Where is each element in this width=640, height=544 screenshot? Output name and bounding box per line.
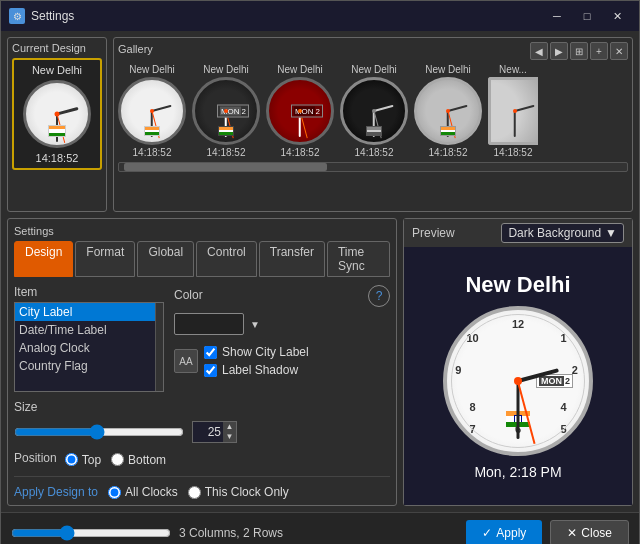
this-clock-radio[interactable]: [188, 486, 201, 499]
gallery-clock-dark: MON2: [192, 77, 260, 145]
preview-clock: 12 1 2 4 6 8 9 10 7 5: [443, 306, 593, 456]
minimize-button[interactable]: ─: [543, 6, 571, 26]
tab-transfer[interactable]: Transfer: [259, 241, 325, 277]
list-item[interactable]: City Label: [15, 303, 155, 321]
title-bar: ⚙ Settings ─ □ ✕: [1, 1, 639, 31]
columns-slider[interactable]: [11, 525, 171, 541]
list-item[interactable]: New Delhi 14:18:52: [340, 64, 408, 158]
large-clock-face: 12 1 2 4 6 8 9 10 7 5: [443, 306, 593, 456]
list-item[interactable]: Date/Time Label: [15, 321, 155, 339]
gallery-remove-button[interactable]: ✕: [610, 42, 628, 60]
size-input[interactable]: 25: [193, 424, 223, 440]
gallery-grid-button[interactable]: ⊞: [570, 42, 588, 60]
gallery-item-name: New Delhi: [277, 64, 323, 75]
color-row: ▼: [174, 313, 390, 335]
position-bottom-radio[interactable]: [111, 453, 124, 466]
list-item[interactable]: New Delhi MON2: [192, 64, 260, 158]
list-item[interactable]: New... 14:18:52: [488, 64, 538, 158]
apply-button[interactable]: ✓ Apply: [466, 520, 542, 545]
gallery-item-time: 14:18:52: [281, 147, 320, 158]
gallery-label: Gallery: [118, 43, 153, 55]
gallery-item-time: 14:18:52: [207, 147, 246, 158]
gallery-clock-silver: [414, 77, 482, 145]
size-spin-buttons: ▲ ▼: [223, 422, 236, 442]
gallery-item-name: New Delhi: [203, 64, 249, 75]
gallery-add-button[interactable]: +: [590, 42, 608, 60]
position-row: Position Top Bottom: [14, 451, 390, 468]
close-label: Close: [581, 526, 612, 540]
tab-control[interactable]: Control: [196, 241, 257, 277]
preview-panel: Preview Dark Background ▼ New Delhi 12 1…: [403, 218, 633, 506]
settings-content: Item City Label Date/Time Label Analog C…: [14, 285, 390, 499]
show-city-row: Show City Label: [204, 345, 309, 359]
label-shadow-checkbox[interactable]: [204, 364, 217, 377]
preview-content: New Delhi 12 1 2 4 6 8 9 10: [404, 247, 632, 505]
gallery-panel: Gallery ◀ ▶ ⊞ + ✕ New Delhi: [113, 37, 633, 212]
close-button[interactable]: ✕ Close: [550, 520, 629, 545]
this-clock-option[interactable]: This Clock Only: [188, 485, 289, 499]
listbox-scrollbar[interactable]: [155, 303, 163, 391]
columns-rows-info: 3 Columns, 2 Rows: [179, 526, 283, 540]
help-button[interactable]: ?: [368, 285, 390, 307]
apply-scope-group: All Clocks This Clock Only: [108, 485, 289, 499]
position-bottom-option[interactable]: Bottom: [111, 453, 166, 467]
position-label: Position: [14, 451, 57, 465]
top-row: Current Design New Delhi 1: [7, 37, 633, 212]
current-design-inner: New Delhi 14:18:52: [12, 58, 102, 170]
apply-check-icon: ✓: [482, 526, 492, 540]
label-shadow-label: Label Shadow: [222, 363, 298, 377]
tab-global[interactable]: Global: [137, 241, 194, 277]
position-top-option[interactable]: Top: [65, 453, 101, 467]
list-item[interactable]: New Delhi MON2 14:18:52: [266, 64, 334, 158]
all-clocks-radio[interactable]: [108, 486, 121, 499]
color-section: Color ? ▼ AA: [174, 285, 390, 377]
aa-button[interactable]: AA: [174, 349, 198, 373]
gallery-item-name: New Delhi: [129, 64, 175, 75]
gallery-clock-white: [118, 77, 186, 145]
apply-design-row: Apply Design to All Clocks This Clock On…: [14, 476, 390, 499]
tab-design[interactable]: Design: [14, 241, 73, 277]
gallery-item-name: New Delhi: [425, 64, 471, 75]
maximize-button[interactable]: □: [573, 6, 601, 26]
list-item[interactable]: New Delhi 14:18:52: [414, 64, 482, 158]
preview-city-name: New Delhi: [465, 272, 570, 298]
size-label: Size: [14, 400, 390, 414]
size-input-wrap: 25 ▲ ▼: [192, 421, 237, 443]
gallery-clock-red: MON2: [266, 77, 334, 145]
clock-center-dot: [514, 377, 522, 385]
item-listbox[interactable]: City Label Date/Time Label Analog Clock …: [14, 302, 164, 392]
list-item[interactable]: New Delhi 14:18:52: [118, 64, 186, 158]
all-clocks-option[interactable]: All Clocks: [108, 485, 178, 499]
size-increment-button[interactable]: ▲: [223, 422, 236, 432]
scrollbar-thumb: [124, 163, 327, 171]
position-top-radio[interactable]: [65, 453, 78, 466]
background-option: Dark Background: [508, 226, 601, 240]
background-dropdown[interactable]: Dark Background ▼: [501, 223, 624, 243]
list-item[interactable]: Analog Clock: [15, 339, 155, 357]
size-slider[interactable]: [14, 424, 184, 440]
gallery-item-time: 14:18:52: [355, 147, 394, 158]
gallery-items: New Delhi 14:18:52: [118, 64, 628, 158]
app-icon: ⚙: [9, 8, 25, 24]
gallery-item-time: 14:18:52: [133, 147, 172, 158]
tab-format[interactable]: Format: [75, 241, 135, 277]
gallery-next-button[interactable]: ▶: [550, 42, 568, 60]
gallery-scrollbar[interactable]: [118, 162, 628, 172]
close-window-button[interactable]: ✕: [603, 6, 631, 26]
color-swatch[interactable]: [174, 313, 244, 335]
tab-timesync[interactable]: Time Sync: [327, 241, 390, 277]
bottom-buttons: ✓ Apply ✕ Close: [466, 520, 629, 545]
gallery-prev-button[interactable]: ◀: [530, 42, 548, 60]
show-city-checkbox[interactable]: [204, 346, 217, 359]
color-label: Color: [174, 288, 203, 302]
window-title: Settings: [31, 9, 74, 23]
settings-panel: Settings Design Format Global Control Tr…: [7, 218, 397, 506]
size-decrement-button[interactable]: ▼: [223, 432, 236, 442]
gallery-clock-mono: [340, 77, 408, 145]
current-design-clock[interactable]: [23, 80, 91, 148]
item-color-row: Item City Label Date/Time Label Analog C…: [14, 285, 390, 392]
gallery-clock-partial: [488, 77, 538, 145]
list-item[interactable]: Country Flag: [15, 357, 155, 375]
gallery-item-name: New Delhi: [351, 64, 397, 75]
settings-label: Settings: [14, 225, 390, 237]
